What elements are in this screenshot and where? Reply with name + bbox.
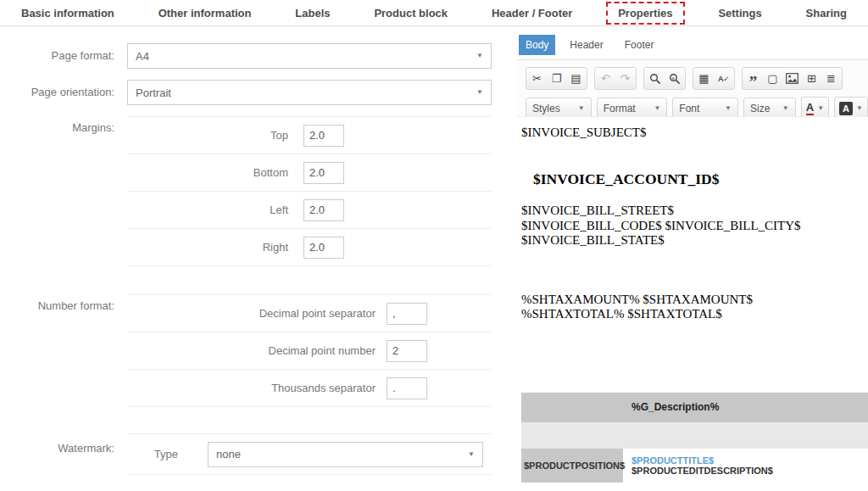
- image-icon[interactable]: [782, 69, 802, 88]
- background-color-button[interactable]: A: [834, 97, 868, 120]
- tax-block: %SHTAXAMOUNT% $SHTAXAMOUNT$ %SHTAXTOTAL%…: [521, 293, 868, 322]
- page-format-label: Page format:: [0, 49, 114, 62]
- watermark-table: Type none: [127, 433, 492, 475]
- text-color-icon: A: [806, 101, 814, 115]
- styles-dropdown-label: Styles: [532, 103, 560, 114]
- product-header-empty-cell: [521, 393, 623, 422]
- decimal-separator-input[interactable]: [387, 303, 427, 325]
- invoice-account-id-heading: $INVOICE_ACCOUNT_ID$: [533, 170, 868, 188]
- find-icon[interactable]: [645, 69, 665, 88]
- chevron-down-icon: [654, 105, 660, 112]
- margin-top-input[interactable]: [303, 125, 344, 147]
- select-spell-group: ▦ A✓: [693, 67, 735, 90]
- undo-icon[interactable]: ↶: [596, 69, 615, 88]
- margins-label: Margins:: [0, 121, 114, 134]
- horizontal-rule-icon[interactable]: ≣: [821, 69, 841, 88]
- copy-icon[interactable]: ❐: [547, 69, 566, 88]
- tab-properties[interactable]: Properties: [606, 2, 684, 25]
- chevron-down-icon: [578, 105, 585, 112]
- create-div-icon[interactable]: ▢: [763, 69, 782, 88]
- pdf-template-editor: Basic information Other information Labe…: [0, 0, 868, 491]
- toolbar-dropdown-row: Styles Format Font Size A: [526, 97, 868, 120]
- select-all-icon[interactable]: ▦: [694, 69, 714, 88]
- margin-row-bottom: Bottom: [127, 154, 492, 192]
- page-format-value: A4: [136, 50, 149, 63]
- template-editor-panel: Body Header Footer ✂ ❐ ▤ ↶ ↷: [517, 26, 868, 491]
- spell-check-icon[interactable]: A✓: [714, 69, 733, 88]
- format-dropdown-label: Format: [604, 103, 636, 114]
- watermark-type-label: Type: [127, 448, 178, 460]
- tax-total-line: %SHTAXTOTAL% $SHTAXTOTAL$: [521, 307, 868, 322]
- page-format-select[interactable]: A4: [127, 43, 492, 69]
- margin-right-label: Right: [127, 241, 288, 254]
- billing-address-block: $INVOICE_BILL_STREET$ $INVOICE_BILL_CODE…: [521, 204, 868, 248]
- number-format-label: Number format:: [0, 299, 114, 312]
- format-dropdown[interactable]: Format: [597, 98, 668, 119]
- editor-tabs: Body Header Footer: [519, 35, 660, 55]
- decimal-separator-row: Decimal point separator: [127, 295, 492, 332]
- editor-toolbar: ✂ ❐ ▤ ↶ ↷ a ▦ A✓: [517, 60, 868, 117]
- product-edit-description-variable: $PRODUCTEDITDESCRIPTION$: [632, 466, 868, 476]
- toolbar-icon-row: ✂ ❐ ▤ ↶ ↷ a ▦ A✓: [526, 67, 868, 90]
- margins-table: Top Bottom Left Right: [127, 116, 492, 266]
- product-table-row: $PRODUCTPOSITION$ $PRODUCTTITLE$ $PRODUC…: [521, 449, 868, 483]
- svg-text:a: a: [671, 75, 675, 80]
- tab-settings[interactable]: Settings: [718, 7, 761, 20]
- number-format-table: Decimal point separator Decimal point nu…: [127, 294, 492, 407]
- chevron-down-icon: [782, 105, 789, 112]
- product-block-table: %G_Description% $PRODUCTPOSITION$ $PRODU…: [521, 393, 868, 483]
- margin-bottom-input[interactable]: [303, 162, 344, 184]
- watermark-type-select[interactable]: none: [208, 442, 483, 467]
- text-color-button[interactable]: A: [801, 97, 829, 120]
- chevron-down-icon: [476, 53, 483, 59]
- chevron-down-icon: [468, 451, 475, 458]
- table-icon[interactable]: ⊞: [802, 69, 821, 88]
- styles-dropdown[interactable]: Styles: [526, 98, 592, 119]
- tab-other-information[interactable]: Other information: [159, 7, 252, 20]
- margin-right-input[interactable]: [303, 237, 344, 259]
- chevron-down-icon: [856, 105, 863, 112]
- blockquote-icon[interactable]: ”: [743, 69, 763, 88]
- watermark-label: Watermark:: [0, 442, 114, 455]
- cut-icon[interactable]: ✂: [527, 69, 547, 88]
- undo-redo-group: ↶ ↷: [594, 67, 637, 90]
- margin-left-label: Left: [127, 204, 288, 216]
- margin-row-top: Top: [127, 117, 492, 154]
- margin-row-left: Left: [127, 192, 492, 229]
- product-description-cell: $PRODUCTTITLE$ $PRODUCTEDITDESCRIPTION$: [623, 449, 868, 483]
- tab-labels[interactable]: Labels: [295, 7, 330, 20]
- decimal-number-row: Decimal point number: [127, 332, 492, 370]
- font-dropdown[interactable]: Font: [672, 98, 738, 119]
- tab-basic-information[interactable]: Basic information: [21, 7, 114, 20]
- margin-left-input[interactable]: [303, 199, 344, 221]
- bill-state-line: $INVOICE_BILL_STATE$: [521, 233, 868, 248]
- tab-sharing[interactable]: Sharing: [806, 7, 847, 20]
- product-title-variable: $PRODUCTTITLE$: [632, 455, 868, 466]
- thousands-separator-input[interactable]: [387, 377, 427, 399]
- bill-code-city-line: $INVOICE_BILL_CODE$ $INVOICE_BILL_CITY$: [521, 219, 868, 234]
- font-dropdown-label: Font: [679, 103, 699, 114]
- tab-header-footer[interactable]: Header / Footer: [492, 7, 572, 20]
- size-dropdown[interactable]: Size: [743, 98, 796, 119]
- editor-tab-footer[interactable]: Footer: [618, 35, 661, 55]
- replace-icon[interactable]: a: [665, 69, 684, 88]
- product-description-header: %G_Description%: [623, 393, 868, 422]
- editor-body-content[interactable]: $INVOICE_SUBJECT$ $INVOICE_ACCOUNT_ID$ $…: [517, 117, 868, 491]
- size-dropdown-label: Size: [750, 103, 770, 114]
- editor-tab-body[interactable]: Body: [519, 35, 555, 55]
- product-table-spacer-row: [521, 422, 868, 449]
- clipboard-group: ✂ ❐ ▤: [526, 67, 587, 90]
- decimal-number-input[interactable]: [387, 340, 427, 362]
- chevron-down-icon: [725, 105, 732, 112]
- chevron-down-icon: [476, 89, 483, 96]
- paste-icon[interactable]: ▤: [566, 69, 586, 88]
- tab-product-block[interactable]: Product block: [374, 7, 448, 20]
- thousands-separator-row: Thousands separator: [127, 370, 492, 407]
- background-color-icon: A: [839, 102, 853, 115]
- margin-top-label: Top: [127, 129, 288, 142]
- bill-street-line: $INVOICE_BILL_STREET$: [521, 204, 868, 219]
- page-orientation-select[interactable]: Portrait: [127, 80, 492, 105]
- editor-tab-header[interactable]: Header: [563, 35, 609, 55]
- redo-icon[interactable]: ↷: [615, 69, 635, 88]
- find-group: a: [643, 67, 686, 90]
